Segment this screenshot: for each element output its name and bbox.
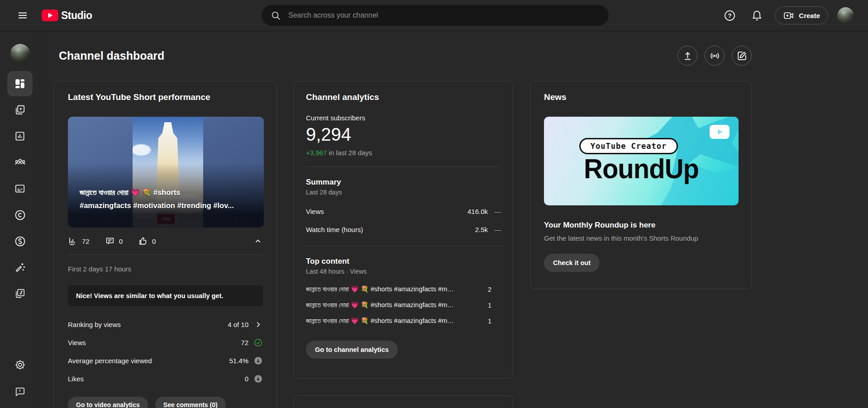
sidebar-item-audio-library[interactable] [7, 281, 33, 306]
news-card: News YouTube Creator RoundUp Your Monthl… [530, 81, 752, 289]
summary-period: Last 28 days [306, 189, 501, 196]
youtube-play-logo-icon [42, 9, 58, 21]
thumbs-up-icon [138, 236, 148, 246]
next-card-peek [294, 395, 513, 408]
content-icon [14, 104, 26, 116]
period-label: First 2 days 17 hours [68, 265, 263, 273]
audio-library-icon [14, 288, 26, 299]
subscribers-delta: +3,967 in last 28 days [306, 149, 501, 157]
go-to-video-analytics-button[interactable]: Go to video analytics [68, 397, 148, 408]
analytics-card-title: Channel analytics [306, 92, 501, 102]
performance-callout: Nice! Views are similar to what you usua… [68, 285, 263, 306]
youtube-studio-logo[interactable]: Studio [42, 9, 92, 22]
top-content-row[interactable]: জান্নাতে যাওয়ার দোয়া 💗 💐 #shorts #amaz… [306, 297, 501, 313]
top-content-row[interactable]: জান্নাতে যাওয়ার দোয়া 💗 💐 #shorts #amaz… [306, 313, 501, 329]
metric-row-ranking[interactable]: Ranking by views 4 of 10 [68, 315, 263, 333]
collapse-chevron-up-icon[interactable] [253, 236, 263, 246]
sidebar-item-customization[interactable] [7, 255, 33, 280]
views-stat: 72 [68, 236, 90, 246]
banner-word: RoundUp [544, 155, 739, 183]
current-subscribers-value: 9,294 [306, 123, 501, 145]
help-icon[interactable]: ? [720, 6, 739, 24]
summary-row-watch-time: Watch time (hours) 2.5k — [306, 220, 501, 238]
sidebar-item-community[interactable] [7, 150, 33, 175]
likes-stat: 0 [138, 236, 156, 246]
go-to-channel-analytics-button[interactable]: Go to channel analytics [306, 341, 398, 359]
sidebar-item-settings[interactable] [7, 352, 33, 377]
top-content-title: Top content [306, 257, 501, 266]
create-camera-icon [783, 10, 794, 21]
search-bar[interactable] [262, 5, 609, 26]
upload-video-button[interactable] [677, 46, 697, 66]
comments-stat: 0 [105, 236, 123, 246]
notifications-bell-icon[interactable] [748, 6, 766, 24]
community-icon [14, 157, 26, 169]
trend-flat-dash: — [494, 226, 501, 233]
short-thumbnail[interactable]: দোয়া জান্নাতে যাওয়ার দোয়া 💗 💐 #shorts… [68, 117, 264, 228]
down-arrow-circle-icon [253, 374, 263, 384]
metric-row-views: Views 72 [68, 333, 263, 351]
copyright-icon [14, 209, 26, 221]
top-content-period: Last 48 hours · Views [306, 268, 501, 275]
sidebar-item-analytics[interactable] [7, 123, 33, 149]
metric-row-likes: Likes 0 [68, 370, 263, 388]
latest-short-performance-card: Latest YouTube Short performance দোয়া জ… [54, 81, 277, 408]
short-card-title: Latest YouTube Short performance [68, 92, 263, 102]
settings-gear-icon [14, 359, 26, 371]
comment-icon [105, 236, 115, 246]
news-card-title: News [544, 92, 738, 102]
sidebar-item-earn[interactable] [7, 228, 33, 254]
trend-flat-dash: — [494, 208, 501, 215]
short-video-title: জান্নাতে যাওয়ার দোয়া 💗 💐 #shorts #amaz… [80, 186, 258, 212]
banner-badge: YouTube Creator [579, 138, 678, 154]
topbar: Studio ? Create [0, 0, 868, 31]
earn-icon [14, 235, 26, 247]
edit-button[interactable] [732, 46, 752, 66]
news-banner[interactable]: YouTube Creator RoundUp [544, 117, 739, 205]
current-subscribers-label: Current subscribers [306, 114, 501, 122]
subtitles-icon [14, 183, 26, 195]
feedback-icon [14, 386, 26, 398]
account-avatar[interactable] [837, 7, 854, 24]
brand-word: Studio [61, 9, 92, 22]
sidebar-item-subtitles[interactable] [7, 176, 33, 201]
sidebar [0, 31, 40, 408]
page-title: Channel dashboard [59, 49, 164, 62]
see-comments-button[interactable]: See comments (0) [155, 397, 226, 408]
chevron-right-icon [253, 320, 263, 329]
main-content: Channel dashboard [40, 31, 868, 408]
channel-avatar[interactable] [10, 44, 30, 63]
down-arrow-circle-icon [253, 356, 263, 365]
summary-row-views: Views 416.0k — [306, 202, 501, 220]
customization-wand-icon [14, 261, 26, 274]
svg-text:?: ? [728, 12, 731, 19]
metric-row-avg-percentage: Average percentage viewed 51.4% [68, 351, 263, 370]
bar-chart-icon [68, 236, 78, 246]
search-input[interactable] [288, 11, 600, 19]
topbar-right-cluster: ? Create [720, 0, 854, 31]
sidebar-item-copyright[interactable] [7, 202, 33, 228]
top-content-row[interactable]: জান্নাতে যাওয়ার দোয়া 💗 💐 #shorts #amaz… [306, 281, 501, 297]
summary-title: Summary [306, 178, 501, 187]
check-it-out-button[interactable]: Check it out [544, 254, 600, 272]
channel-analytics-card: Channel analytics Current subscribers 9,… [294, 81, 513, 379]
go-live-icon [709, 50, 720, 62]
create-button[interactable]: Create [775, 6, 828, 24]
search-icon [271, 10, 281, 21]
check-circle-green-icon [253, 338, 263, 347]
create-label: Create [799, 12, 820, 19]
sidebar-item-dashboard[interactable] [7, 71, 33, 96]
news-headline: Your Monthly Roundup is here [544, 221, 738, 230]
dashboard-icon [14, 78, 26, 90]
hamburger-menu-icon[interactable] [14, 6, 32, 24]
edit-pencil-icon [736, 50, 748, 62]
sidebar-item-content[interactable] [7, 97, 33, 123]
go-live-button[interactable] [705, 46, 725, 66]
analytics-icon [14, 130, 26, 142]
news-subtext: Get the latest news in this month's Shor… [544, 234, 738, 242]
youtube-play-logo-icon [710, 125, 730, 139]
sidebar-item-feedback[interactable] [7, 379, 33, 404]
upload-icon [682, 50, 693, 62]
